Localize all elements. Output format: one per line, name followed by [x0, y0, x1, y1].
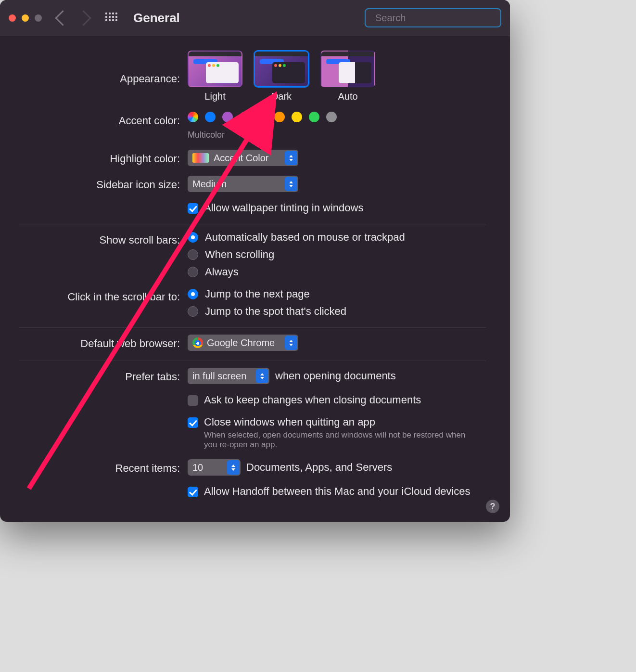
accent-swatch-purple[interactable]	[222, 112, 233, 122]
checkbox-icon	[188, 395, 198, 406]
toolbar: General	[0, 0, 510, 36]
highlight-color-select[interactable]: Accent Color	[188, 150, 298, 166]
nav-buttons	[57, 13, 89, 24]
recent-items-suffix: Documents, Apps, and Servers	[246, 461, 392, 474]
prefer-tabs-select[interactable]: in full screen	[188, 368, 269, 384]
content: Appearance: Light Dark Auto	[0, 36, 510, 522]
scroll-bars-label: Show scroll bars:	[14, 231, 188, 246]
scroll-bars-radio-scrolling[interactable]: When scrolling	[188, 248, 405, 261]
select-stepper-icon	[227, 460, 240, 475]
accent-swatch-yellow[interactable]	[292, 112, 302, 122]
accent-swatch-pink[interactable]	[240, 112, 250, 122]
close-window-button[interactable]	[9, 14, 16, 22]
default-browser-select[interactable]: Google Chrome	[188, 335, 298, 351]
click-scroll-label: Click in the scroll bar to:	[14, 288, 188, 303]
sidebar-icon-size-label: Sidebar icon size:	[14, 176, 188, 191]
scroll-bars-radio-auto[interactable]: Automatically based on mouse or trackpad	[188, 231, 405, 244]
chrome-icon	[192, 337, 203, 348]
general-preferences-window: General Appearance: Light Dark	[0, 0, 510, 522]
close-windows-subtext: When selected, open documents and window…	[204, 430, 473, 450]
accent-swatch-graphite[interactable]	[326, 112, 337, 122]
recent-items-label: Recent items:	[14, 459, 188, 475]
handoff-checkbox[interactable]: Allow Handoff between this Mac and your …	[188, 485, 471, 498]
accent-swatch-blue[interactable]	[205, 112, 216, 122]
checkbox-icon	[188, 487, 198, 497]
show-all-icon[interactable]	[105, 13, 116, 23]
divider	[19, 361, 486, 361]
wallpaper-tint-checkbox[interactable]: Allow wallpaper tinting in windows	[188, 202, 363, 214]
appearance-label: Appearance:	[14, 51, 188, 85]
radio-icon	[188, 267, 198, 277]
scroll-bars-radio-always[interactable]: Always	[188, 266, 405, 278]
highlight-color-label: Highlight color:	[14, 150, 188, 165]
accent-swatch-orange[interactable]	[274, 112, 285, 122]
window-title: General	[133, 11, 180, 26]
appearance-option-auto[interactable]: Auto	[320, 51, 375, 102]
divider	[19, 327, 486, 328]
accent-swatch-multicolor[interactable]	[188, 112, 198, 122]
recent-items-select[interactable]: 10	[188, 459, 241, 476]
sidebar-icon-size-select[interactable]: Medium	[188, 176, 298, 192]
ask-keep-changes-checkbox[interactable]: Ask to keep changes when closing documen…	[188, 394, 421, 406]
help-button[interactable]: ?	[486, 500, 499, 513]
forward-button[interactable]	[76, 10, 91, 26]
select-stepper-icon	[285, 177, 297, 191]
highlight-swatch-icon	[192, 153, 209, 163]
back-button[interactable]	[55, 10, 71, 26]
default-browser-label: Default web browser:	[14, 335, 188, 350]
radio-icon	[188, 289, 198, 299]
accent-swatch-red[interactable]	[257, 112, 267, 122]
click-scroll-radio-spot[interactable]: Jump to the spot that's clicked	[188, 305, 346, 318]
search-field[interactable]	[365, 8, 501, 27]
search-input[interactable]	[374, 12, 498, 24]
checkbox-icon	[188, 203, 198, 214]
radio-icon	[188, 306, 198, 317]
appearance-option-dark[interactable]: Dark	[254, 51, 309, 102]
checkbox-icon	[188, 417, 198, 428]
accent-selected-note: Multicolor	[188, 130, 491, 140]
divider	[19, 224, 486, 224]
minimize-window-button[interactable]	[22, 14, 29, 22]
click-scroll-radio-page[interactable]: Jump to the next page	[188, 288, 346, 300]
appearance-option-light[interactable]: Light	[188, 51, 242, 102]
prefer-tabs-suffix: when opening documents	[275, 370, 396, 382]
accent-swatch-green[interactable]	[309, 112, 319, 122]
radio-icon	[188, 232, 198, 243]
prefer-tabs-label: Prefer tabs:	[14, 368, 188, 383]
select-stepper-icon	[285, 336, 297, 350]
zoom-window-button[interactable]	[35, 14, 42, 22]
select-stepper-icon	[285, 151, 297, 165]
accent-color-label: Accent color:	[14, 112, 188, 127]
close-windows-checkbox[interactable]: Close windows when quitting an app When …	[188, 416, 473, 450]
radio-icon	[188, 249, 198, 260]
select-stepper-icon	[256, 369, 268, 383]
window-controls	[9, 14, 42, 22]
